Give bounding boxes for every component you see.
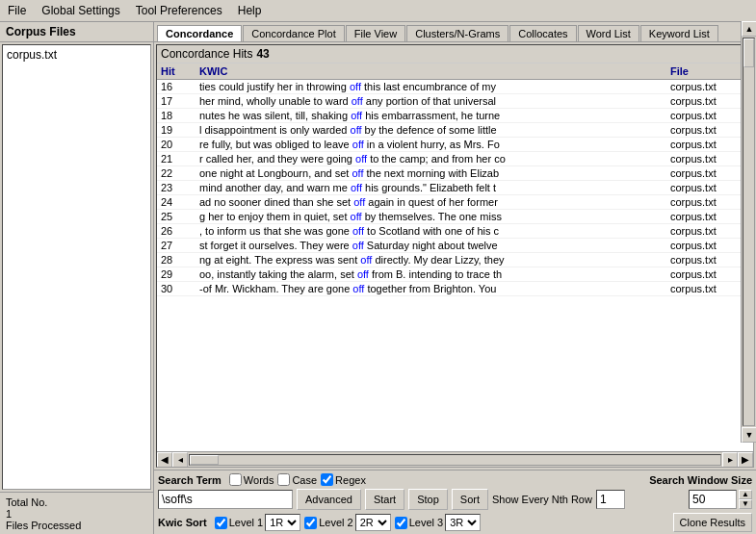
total-label: Total No. (6, 496, 147, 508)
level2-select[interactable]: 2R1R1L2L (355, 514, 391, 531)
show-nth-label: Show Every Nth Row (492, 494, 592, 505)
tab-concordance-plot[interactable]: Concordance Plot (243, 25, 344, 41)
level1-select[interactable]: 1R1L2R2L (265, 514, 300, 531)
case-checkbox[interactable] (277, 473, 290, 486)
tab-clusters-ngrams[interactable]: Clusters/N-Grams (406, 25, 508, 41)
hit-number: 16 (157, 80, 196, 93)
advanced-button[interactable]: Advanced (297, 489, 361, 510)
concordance-hits-count: 43 (256, 47, 269, 61)
hit-number: 24 (157, 195, 196, 209)
kwic-text: , to inform us that she was gone off to … (196, 224, 666, 238)
hit-number: 25 (157, 210, 196, 223)
level3-checkbox[interactable] (395, 517, 407, 529)
tab-collocates[interactable]: Collocates (509, 25, 576, 41)
level2-checkbox[interactable] (304, 517, 317, 529)
column-hit[interactable]: Hit (157, 64, 196, 78)
kwic-text: ad no sooner dined than she set off agai… (196, 195, 666, 209)
regex-checkbox-label[interactable]: Regex (321, 473, 366, 486)
kwic-text: g her to enjoy them in quiet, set off by… (196, 210, 666, 223)
corpus-files-title: Corpus Files (0, 22, 153, 42)
corpus-file-item[interactable]: corpus.txt (5, 47, 148, 63)
start-button[interactable]: Start (365, 489, 404, 510)
table-row[interactable]: 27st forget it ourselves. They were off … (157, 239, 753, 253)
kwic-text: her mind, wholly unable to ward off any … (196, 94, 666, 108)
window-size-input[interactable] (689, 490, 737, 509)
kwic-text: oo, instantly taking the alarm, set off … (196, 267, 666, 281)
kwic-text: nutes he was silent, till, shaking off h… (196, 109, 666, 122)
table-row[interactable]: 19l disappointment is only warded off by… (157, 123, 753, 138)
level1-checkbox[interactable] (215, 517, 227, 529)
vscroll-down-btn[interactable]: ▼ (742, 427, 756, 443)
hscroll-right-btn[interactable]: ▶ (738, 452, 753, 468)
kwic-text: l disappointment is only warded off by t… (196, 123, 666, 137)
kwic-text: ng at eight. The express was sent off di… (196, 253, 666, 267)
hscroll-right-small-btn[interactable]: ▸ (722, 452, 738, 468)
menu-global-settings[interactable]: Global Settings (34, 2, 127, 19)
files-processed-label: Files Processed (6, 520, 147, 531)
search-window-size-label: Search Window Size (649, 474, 752, 486)
menu-tool-preferences[interactable]: Tool Preferences (128, 2, 230, 19)
level2-group[interactable]: Level 2 2R1R1L2L (304, 514, 390, 531)
table-row[interactable]: 21r called her, and they were going off … (157, 152, 753, 166)
hit-number: 17 (157, 94, 196, 108)
table-row[interactable]: 25g her to enjoy them in quiet, set off … (157, 210, 753, 224)
kwic-text: mind another day, and warn me off his gr… (196, 181, 666, 194)
nth-row-input[interactable] (596, 490, 625, 509)
kwic-text: re fully, but was obliged to leave off i… (196, 138, 666, 151)
level3-group[interactable]: Level 3 3R1R1L2R2L (395, 514, 481, 531)
hit-number: 30 (157, 282, 196, 295)
hit-number: 19 (157, 123, 196, 137)
case-checkbox-label[interactable]: Case (277, 473, 317, 486)
search-term-label: Search Term (158, 474, 222, 486)
words-checkbox-label[interactable]: Words (229, 473, 274, 486)
total-value: 1 (6, 508, 147, 520)
menu-help[interactable]: Help (230, 2, 270, 19)
table-row[interactable]: 23mind another day, and warn me off his … (157, 181, 753, 195)
hit-number: 21 (157, 152, 196, 165)
hit-number: 18 (157, 109, 196, 122)
tab-file-view[interactable]: File View (346, 25, 405, 41)
table-row[interactable]: 26, to inform us that she was gone off t… (157, 224, 753, 239)
table-row[interactable]: 18nutes he was silent, till, shaking off… (157, 109, 753, 123)
search-input[interactable] (158, 490, 293, 509)
hit-number: 26 (157, 224, 196, 238)
column-kwic[interactable]: KWIC (196, 64, 666, 78)
kwic-text: ties could justify her in throwing off t… (196, 80, 666, 93)
concordance-hits-label: Concordance Hits (161, 47, 252, 61)
tab-concordance[interactable]: Concordance (157, 25, 242, 41)
kwic-text: st forget it ourselves. They were off Sa… (196, 239, 666, 252)
kwic-sort-label: Kwic Sort (158, 517, 207, 528)
stop-button[interactable]: Stop (408, 489, 448, 510)
kwic-text: -of Mr. Wickham. They are gone off toget… (196, 282, 666, 295)
sort-button[interactable]: Sort (452, 489, 488, 510)
menu-file[interactable]: File (0, 2, 34, 19)
hit-number: 28 (157, 253, 196, 267)
table-row[interactable]: 29oo, instantly taking the alarm, set of… (157, 267, 753, 282)
table-row[interactable]: 20re fully, but was obliged to leave off… (157, 138, 753, 152)
level3-select[interactable]: 3R1R1L2R2L (445, 514, 481, 531)
tab-keyword-list[interactable]: Keyword List (640, 25, 718, 41)
tab-word-list[interactable]: Word List (578, 25, 639, 41)
table-row[interactable]: 17her mind, wholly unable to ward off an… (157, 94, 753, 109)
vscroll-up-btn[interactable]: ▲ (742, 21, 756, 37)
kwic-text: one night at Longbourn, and set off the … (196, 166, 666, 180)
hit-number: 27 (157, 239, 196, 252)
hit-number: 23 (157, 181, 196, 194)
hit-number: 20 (157, 138, 196, 151)
table-row[interactable]: 16ties could justify her in throwing off… (157, 80, 753, 94)
level1-group[interactable]: Level 1 1R1L2R2L (215, 514, 300, 531)
table-row[interactable]: 28ng at eight. The express was sent off … (157, 253, 753, 267)
window-size-down[interactable]: ▼ (739, 499, 752, 509)
window-size-up[interactable]: ▲ (739, 490, 752, 499)
kwic-text: r called her, and they were going off to… (196, 152, 666, 165)
regex-checkbox[interactable] (321, 473, 333, 486)
table-row[interactable]: 24ad no sooner dined than she set off ag… (157, 195, 753, 210)
table-row[interactable]: 22one night at Longbourn, and set off th… (157, 166, 753, 181)
hit-number: 29 (157, 267, 196, 281)
table-row[interactable]: 30-of Mr. Wickham. They are gone off tog… (157, 282, 753, 296)
words-checkbox[interactable] (229, 473, 242, 486)
hscroll-left-btn[interactable]: ◀ (157, 452, 172, 468)
hit-number: 22 (157, 166, 196, 180)
clone-results-button[interactable]: Clone Results (673, 513, 752, 532)
hscroll-left-small-btn[interactable]: ◂ (172, 452, 188, 468)
